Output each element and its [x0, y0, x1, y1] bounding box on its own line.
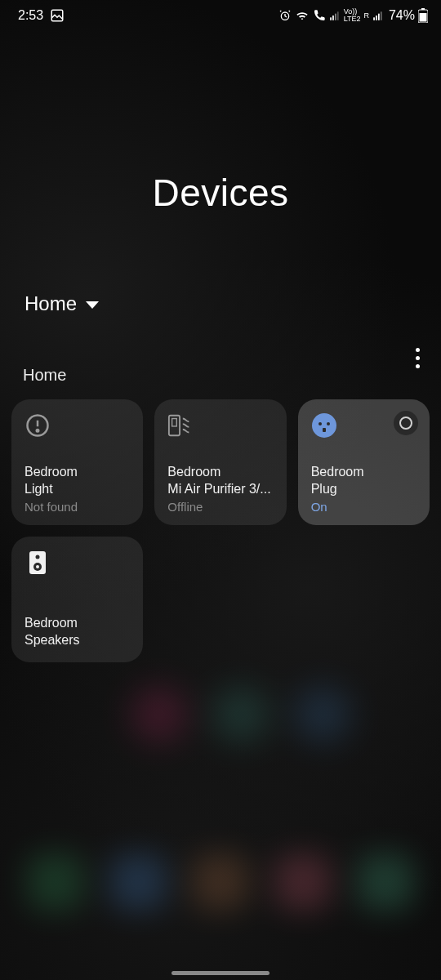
device-name-line2: Plug	[311, 481, 416, 497]
svg-point-20	[327, 422, 330, 425]
device-status: Offline	[167, 500, 273, 514]
svg-point-19	[318, 422, 322, 425]
svg-rect-11	[421, 8, 425, 10]
device-name-line2: Mi Air Purifier 3/...	[167, 481, 273, 497]
status-roaming: R	[363, 11, 369, 20]
svg-point-25	[36, 565, 39, 568]
signal-icon	[329, 10, 341, 21]
svg-point-18	[312, 413, 336, 438]
alarm-icon	[278, 9, 292, 22]
background-blur	[131, 686, 441, 743]
svg-rect-12	[420, 13, 427, 22]
device-name-line1: Bedroom	[167, 464, 273, 480]
background-blur	[0, 853, 441, 911]
device-card-purifier[interactable]: Bedroom Mi Air Purifier 3/... Offline	[154, 399, 286, 525]
device-name-line1: Bedroom	[24, 615, 130, 631]
alert-icon	[24, 412, 51, 439]
more-menu-button[interactable]	[411, 343, 425, 373]
svg-rect-7	[376, 16, 377, 20]
device-toggle[interactable]	[394, 411, 418, 435]
device-name-line2: Speakers	[24, 632, 130, 648]
device-name-line1: Bedroom	[311, 464, 416, 480]
svg-point-15	[37, 430, 39, 432]
status-time: 2:53	[18, 8, 43, 23]
status-bar: 2:53 Vo)) LTE2 R 74%	[0, 0, 441, 28]
location-dropdown[interactable]: Home	[24, 292, 441, 315]
svg-rect-4	[335, 14, 336, 20]
device-card-plug[interactable]: Bedroom Plug On	[298, 399, 430, 525]
page-title: Devices	[0, 171, 441, 215]
device-status: On	[311, 500, 416, 514]
plug-icon	[311, 412, 337, 439]
device-name-line1: Bedroom	[24, 464, 130, 480]
device-card-light[interactable]: Bedroom Light Not found	[11, 399, 143, 525]
speaker-icon	[24, 550, 51, 576]
device-grid: Bedroom Light Not found Bedroom Mi Air P…	[0, 385, 441, 662]
device-status: Not found	[24, 500, 130, 514]
device-card-speakers[interactable]: Bedroom Speakers	[11, 537, 143, 662]
status-battery: 74%	[389, 8, 415, 23]
svg-rect-21	[323, 428, 326, 432]
status-network: LTE2	[344, 15, 361, 23]
chevron-down-icon	[85, 301, 100, 310]
svg-rect-2	[330, 17, 332, 20]
navigation-handle[interactable]	[172, 971, 270, 975]
svg-point-23	[36, 555, 40, 559]
call-icon	[313, 9, 326, 22]
svg-rect-3	[332, 16, 334, 20]
svg-rect-6	[373, 17, 375, 20]
purifier-icon	[167, 412, 194, 439]
location-selected: Home	[24, 292, 77, 315]
signal2-icon	[372, 10, 384, 21]
svg-rect-8	[378, 14, 380, 20]
svg-rect-5	[337, 11, 339, 20]
wifi-icon	[295, 9, 310, 22]
section-label: Home	[23, 366, 441, 385]
image-icon	[50, 8, 65, 23]
svg-rect-17	[172, 419, 177, 426]
svg-rect-9	[381, 11, 382, 20]
battery-icon	[418, 8, 428, 23]
device-name-line2: Light	[24, 481, 130, 497]
